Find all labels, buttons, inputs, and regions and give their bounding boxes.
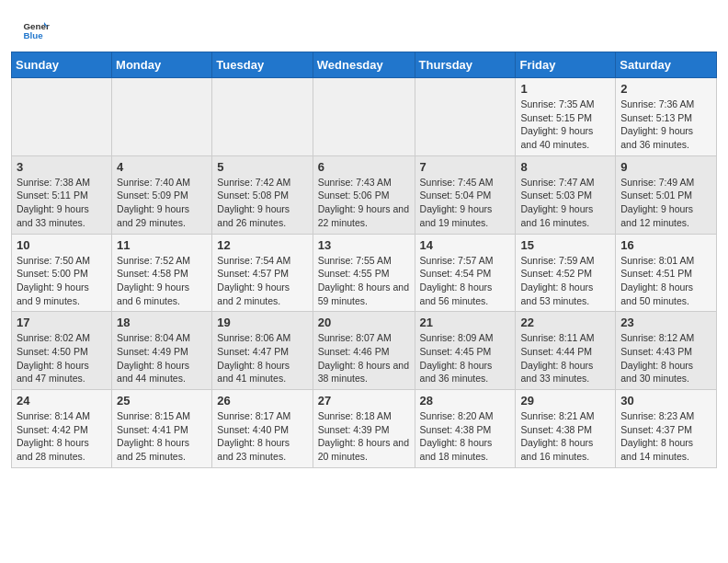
header-day-tuesday: Tuesday bbox=[212, 52, 313, 78]
week-row-5: 24Sunrise: 8:14 AM Sunset: 4:42 PM Dayli… bbox=[12, 390, 717, 468]
day-info: Sunrise: 7:52 AM Sunset: 4:58 PM Dayligh… bbox=[117, 254, 207, 308]
header-row: SundayMondayTuesdayWednesdayThursdayFrid… bbox=[12, 52, 717, 78]
day-info: Sunrise: 7:59 AM Sunset: 4:52 PM Dayligh… bbox=[520, 254, 610, 308]
day-cell: 14Sunrise: 7:57 AM Sunset: 4:54 PM Dayli… bbox=[415, 234, 516, 312]
day-number: 14 bbox=[420, 238, 511, 252]
day-info: Sunrise: 7:47 AM Sunset: 5:03 PM Dayligh… bbox=[520, 176, 610, 230]
day-cell: 4Sunrise: 7:40 AM Sunset: 5:09 PM Daylig… bbox=[112, 155, 212, 234]
day-cell: 28Sunrise: 8:20 AM Sunset: 4:38 PM Dayli… bbox=[415, 390, 516, 468]
day-info: Sunrise: 7:50 AM Sunset: 5:00 PM Dayligh… bbox=[17, 254, 107, 308]
calendar-header: SundayMondayTuesdayWednesdayThursdayFrid… bbox=[12, 52, 717, 78]
day-cell: 8Sunrise: 7:47 AM Sunset: 5:03 PM Daylig… bbox=[516, 155, 616, 234]
day-cell bbox=[313, 78, 415, 156]
day-number: 6 bbox=[318, 160, 410, 174]
day-number: 11 bbox=[117, 238, 207, 252]
day-number: 13 bbox=[318, 238, 410, 252]
day-number: 26 bbox=[217, 394, 307, 408]
day-number: 15 bbox=[520, 238, 610, 252]
day-number: 29 bbox=[520, 394, 610, 408]
day-cell: 13Sunrise: 7:55 AM Sunset: 4:55 PM Dayli… bbox=[313, 234, 415, 312]
day-info: Sunrise: 7:35 AM Sunset: 5:15 PM Dayligh… bbox=[520, 98, 610, 152]
day-number: 18 bbox=[117, 316, 207, 329]
calendar-table: SundayMondayTuesdayWednesdayThursdayFrid… bbox=[11, 52, 717, 468]
day-cell: 30Sunrise: 8:23 AM Sunset: 4:37 PM Dayli… bbox=[616, 390, 717, 468]
day-number: 25 bbox=[117, 394, 207, 408]
header-day-saturday: Saturday bbox=[616, 52, 717, 78]
day-info: Sunrise: 8:17 AM Sunset: 4:40 PM Dayligh… bbox=[217, 409, 307, 464]
day-info: Sunrise: 8:02 AM Sunset: 4:50 PM Dayligh… bbox=[17, 331, 107, 385]
day-info: Sunrise: 8:11 AM Sunset: 4:44 PM Dayligh… bbox=[520, 331, 610, 385]
day-number: 24 bbox=[17, 394, 107, 408]
day-number: 8 bbox=[520, 160, 610, 174]
day-info: Sunrise: 8:04 AM Sunset: 4:49 PM Dayligh… bbox=[117, 331, 207, 385]
day-number: 28 bbox=[420, 394, 511, 408]
day-cell: 2Sunrise: 7:36 AM Sunset: 5:13 PM Daylig… bbox=[616, 78, 717, 156]
day-number: 22 bbox=[520, 316, 610, 329]
day-info: Sunrise: 8:15 AM Sunset: 4:41 PM Dayligh… bbox=[117, 409, 207, 464]
day-number: 30 bbox=[620, 394, 711, 408]
day-number: 4 bbox=[117, 160, 207, 174]
week-row-3: 10Sunrise: 7:50 AM Sunset: 5:00 PM Dayli… bbox=[12, 234, 717, 312]
day-number: 7 bbox=[420, 160, 511, 174]
day-cell: 1Sunrise: 7:35 AM Sunset: 5:15 PM Daylig… bbox=[516, 78, 616, 156]
header-day-wednesday: Wednesday bbox=[313, 52, 415, 78]
day-cell: 24Sunrise: 8:14 AM Sunset: 4:42 PM Dayli… bbox=[12, 390, 112, 468]
day-info: Sunrise: 8:23 AM Sunset: 4:37 PM Dayligh… bbox=[620, 409, 711, 464]
day-number: 20 bbox=[318, 316, 410, 329]
logo: General Blue bbox=[22, 17, 50, 44]
day-number: 9 bbox=[620, 160, 711, 174]
day-info: Sunrise: 8:09 AM Sunset: 4:45 PM Dayligh… bbox=[420, 331, 511, 385]
day-info: Sunrise: 8:06 AM Sunset: 4:47 PM Dayligh… bbox=[217, 331, 307, 385]
day-info: Sunrise: 7:40 AM Sunset: 5:09 PM Dayligh… bbox=[117, 176, 207, 230]
day-cell: 25Sunrise: 8:15 AM Sunset: 4:41 PM Dayli… bbox=[112, 390, 212, 468]
day-number: 2 bbox=[620, 82, 711, 96]
day-cell: 7Sunrise: 7:45 AM Sunset: 5:04 PM Daylig… bbox=[415, 155, 516, 234]
day-info: Sunrise: 7:38 AM Sunset: 5:11 PM Dayligh… bbox=[17, 176, 107, 230]
day-cell bbox=[12, 78, 112, 156]
day-cell: 9Sunrise: 7:49 AM Sunset: 5:01 PM Daylig… bbox=[616, 155, 717, 234]
day-number: 12 bbox=[217, 238, 307, 252]
day-cell: 11Sunrise: 7:52 AM Sunset: 4:58 PM Dayli… bbox=[112, 234, 212, 312]
day-cell: 22Sunrise: 8:11 AM Sunset: 4:44 PM Dayli… bbox=[516, 312, 616, 390]
calendar-body: 1Sunrise: 7:35 AM Sunset: 5:15 PM Daylig… bbox=[12, 78, 717, 468]
header-day-monday: Monday bbox=[112, 52, 212, 78]
day-info: Sunrise: 8:14 AM Sunset: 4:42 PM Dayligh… bbox=[17, 409, 107, 464]
day-number: 23 bbox=[620, 316, 711, 329]
day-cell: 29Sunrise: 8:21 AM Sunset: 4:38 PM Dayli… bbox=[516, 390, 616, 468]
day-number: 19 bbox=[217, 316, 307, 329]
day-info: Sunrise: 7:54 AM Sunset: 4:57 PM Dayligh… bbox=[217, 254, 307, 308]
page-header: General Blue bbox=[0, 0, 728, 52]
day-number: 5 bbox=[217, 160, 307, 174]
day-number: 21 bbox=[420, 316, 511, 329]
day-cell: 18Sunrise: 8:04 AM Sunset: 4:49 PM Dayli… bbox=[112, 312, 212, 390]
day-info: Sunrise: 7:49 AM Sunset: 5:01 PM Dayligh… bbox=[620, 176, 711, 230]
header-day-friday: Friday bbox=[516, 52, 616, 78]
day-info: Sunrise: 8:12 AM Sunset: 4:43 PM Dayligh… bbox=[620, 331, 711, 385]
logo-icon: General Blue bbox=[22, 17, 50, 44]
day-cell bbox=[112, 78, 212, 156]
day-info: Sunrise: 8:20 AM Sunset: 4:38 PM Dayligh… bbox=[420, 409, 511, 464]
day-number: 3 bbox=[17, 160, 107, 174]
day-number: 16 bbox=[620, 238, 711, 252]
day-info: Sunrise: 7:55 AM Sunset: 4:55 PM Dayligh… bbox=[318, 254, 410, 308]
day-cell: 17Sunrise: 8:02 AM Sunset: 4:50 PM Dayli… bbox=[12, 312, 112, 390]
day-cell: 12Sunrise: 7:54 AM Sunset: 4:57 PM Dayli… bbox=[212, 234, 313, 312]
day-cell: 27Sunrise: 8:18 AM Sunset: 4:39 PM Dayli… bbox=[313, 390, 415, 468]
day-info: Sunrise: 8:21 AM Sunset: 4:38 PM Dayligh… bbox=[520, 409, 610, 464]
day-info: Sunrise: 7:43 AM Sunset: 5:06 PM Dayligh… bbox=[318, 176, 410, 230]
day-info: Sunrise: 8:07 AM Sunset: 4:46 PM Dayligh… bbox=[318, 331, 410, 385]
day-cell: 16Sunrise: 8:01 AM Sunset: 4:51 PM Dayli… bbox=[616, 234, 717, 312]
day-cell bbox=[415, 78, 516, 156]
header-day-thursday: Thursday bbox=[415, 52, 516, 78]
day-cell bbox=[212, 78, 313, 156]
day-info: Sunrise: 7:42 AM Sunset: 5:08 PM Dayligh… bbox=[217, 176, 307, 230]
header-day-sunday: Sunday bbox=[12, 52, 112, 78]
week-row-4: 17Sunrise: 8:02 AM Sunset: 4:50 PM Dayli… bbox=[12, 312, 717, 390]
week-row-1: 1Sunrise: 7:35 AM Sunset: 5:15 PM Daylig… bbox=[12, 78, 717, 156]
day-number: 17 bbox=[17, 316, 107, 329]
day-cell: 6Sunrise: 7:43 AM Sunset: 5:06 PM Daylig… bbox=[313, 155, 415, 234]
day-number: 27 bbox=[318, 394, 410, 408]
day-cell: 19Sunrise: 8:06 AM Sunset: 4:47 PM Dayli… bbox=[212, 312, 313, 390]
day-cell: 10Sunrise: 7:50 AM Sunset: 5:00 PM Dayli… bbox=[12, 234, 112, 312]
day-info: Sunrise: 7:45 AM Sunset: 5:04 PM Dayligh… bbox=[420, 176, 511, 230]
